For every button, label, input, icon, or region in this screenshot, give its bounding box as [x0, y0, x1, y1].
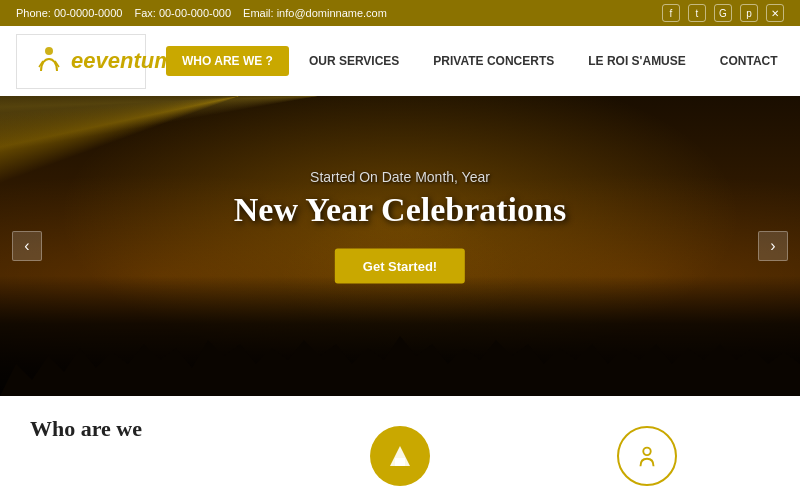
googleplus-icon[interactable]: G: [714, 4, 732, 22]
nav-who-are-we[interactable]: WHO ARE WE ?: [166, 46, 289, 76]
email-text: Email: info@dominname.com: [243, 7, 387, 19]
hero-subtitle: Started On Date Month, Year: [234, 169, 566, 185]
nav-contact[interactable]: CONTACT: [706, 46, 792, 76]
contact-info: Phone: 00-0000-0000 Fax: 00-00-000-000 E…: [16, 7, 387, 19]
facebook-icon[interactable]: f: [662, 4, 680, 22]
fax-text: Fax: 00-00-000-000: [134, 7, 231, 19]
hero-content: Started On Date Month, Year New Year Cel…: [234, 169, 566, 284]
nav-private-concerts[interactable]: PRIVATE CONCERTS: [419, 46, 568, 76]
hero-cta-button[interactable]: Get Started!: [335, 249, 465, 284]
logo-box[interactable]: eeventum: [16, 34, 146, 89]
footer-col-icon-outline: [523, 416, 770, 494]
nav-le-roi-samuse[interactable]: LE ROI S'AMUSE: [574, 46, 700, 76]
hero-next-arrow[interactable]: ›: [758, 231, 788, 261]
svg-point-0: [45, 47, 53, 55]
logo-name: eventum: [83, 48, 173, 73]
logo-text: eeventum: [71, 48, 174, 74]
hero-title: New Year Celebrations: [234, 191, 566, 229]
twitter-icon[interactable]: t: [688, 4, 706, 22]
footer-col-icon-gold: [277, 416, 524, 494]
footer-col-who-are-we: Who are we: [30, 416, 277, 494]
hero-prev-arrow[interactable]: ‹: [12, 231, 42, 261]
main-nav: WHO ARE WE ? OUR SERVICES PRIVATE CONCER…: [166, 46, 792, 76]
hero-section: Started On Date Month, Year New Year Cel…: [0, 96, 800, 396]
footer-preview: Who are we: [0, 396, 800, 500]
nav-our-services[interactable]: OUR SERVICES: [295, 46, 413, 76]
footer-gold-icon: [370, 426, 430, 486]
header: eeventum WHO ARE WE ? OUR SERVICES PRIVA…: [0, 26, 800, 96]
phone-text: Phone: 00-0000-0000: [16, 7, 122, 19]
svg-rect-1: [395, 458, 405, 466]
footer-outline-icon: [617, 426, 677, 486]
pinterest-icon[interactable]: p: [740, 4, 758, 22]
footer-heading: Who are we: [30, 416, 277, 442]
social-icons: f t G p ✕: [662, 4, 784, 22]
crowd-silhouette: [0, 276, 800, 396]
logo-icon: [33, 43, 65, 80]
rss-icon[interactable]: ✕: [766, 4, 784, 22]
svg-point-2: [643, 448, 650, 455]
top-bar: Phone: 00-0000-0000 Fax: 00-00-000-000 E…: [0, 0, 800, 26]
